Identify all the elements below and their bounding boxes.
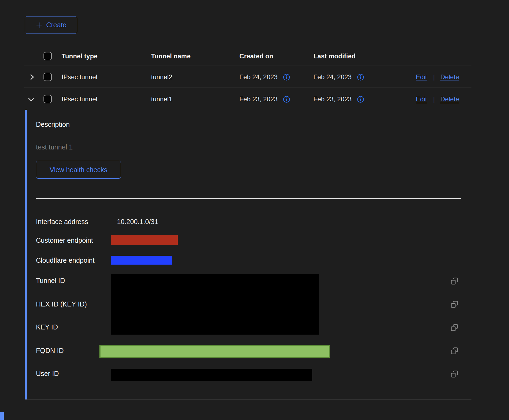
- user-id-label: User ID: [36, 370, 59, 378]
- customer-endpoint-label: Customer endpoint: [36, 236, 93, 244]
- user-id-redaction: [111, 369, 312, 381]
- cloudflare-endpoint-redaction: [111, 256, 172, 265]
- tunnel-id-label: Tunnel ID: [36, 277, 65, 285]
- plus-icon: [36, 22, 43, 29]
- description-value: test tunnel 1: [36, 143, 73, 151]
- ids-redaction-block: [111, 274, 319, 335]
- scrollbar-fragment[interactable]: [0, 412, 4, 420]
- fqdn-id-label: FQDN ID: [36, 347, 64, 355]
- panel-bottom-divider: [25, 399, 471, 400]
- tunnel-name-cell: tunnel2: [151, 73, 172, 81]
- interface-address-label: Interface address: [36, 218, 88, 226]
- info-icon[interactable]: [283, 74, 290, 81]
- key-id-label: KEY ID: [36, 323, 58, 331]
- row-checkbox[interactable]: [43, 95, 52, 103]
- copy-icon[interactable]: [451, 370, 458, 378]
- created-on-cell: Feb 23, 2023: [239, 95, 277, 103]
- cloudflare-endpoint-label: Cloudflare endpoint: [36, 256, 95, 264]
- tunnel-type-cell: IPsec tunnel: [62, 95, 97, 103]
- edit-link[interactable]: Edit: [416, 73, 427, 81]
- description-label: Description: [36, 121, 70, 128]
- info-icon[interactable]: [357, 96, 364, 103]
- expanded-panel-accent-border: [25, 110, 27, 399]
- header-divider: [24, 65, 471, 65]
- column-header-created-on: Created on: [239, 52, 273, 60]
- create-button-label: Create: [46, 21, 66, 29]
- chevron-right-icon[interactable]: [28, 73, 36, 81]
- select-all-checkbox[interactable]: [43, 52, 52, 60]
- column-header-tunnel-type: Tunnel type: [62, 52, 98, 60]
- copy-icon[interactable]: [451, 301, 458, 308]
- delete-link[interactable]: Delete: [440, 95, 459, 103]
- copy-icon[interactable]: [451, 347, 458, 355]
- created-on-cell: Feb 24, 2023: [239, 73, 277, 81]
- column-header-last-modified: Last modified: [313, 52, 356, 60]
- delete-link[interactable]: Delete: [440, 73, 459, 81]
- detail-section-divider: [36, 198, 461, 199]
- action-separator: |: [433, 73, 435, 81]
- last-modified-cell: Feb 24, 2023: [313, 73, 351, 81]
- tunnel-type-cell: IPsec tunnel: [62, 73, 97, 81]
- chevron-down-icon[interactable]: [27, 96, 35, 103]
- action-separator: |: [433, 95, 435, 103]
- create-button[interactable]: Create: [25, 16, 77, 34]
- tunnel-name-cell: tunnel1: [151, 95, 172, 103]
- row-divider: [24, 88, 471, 88]
- customer-endpoint-redaction: [111, 235, 178, 245]
- copy-icon[interactable]: [451, 277, 458, 285]
- copy-icon[interactable]: [451, 324, 458, 331]
- tunnels-page: Create Tunnel type Tunnel name Created o…: [0, 0, 509, 420]
- last-modified-cell: Feb 23, 2023: [313, 95, 351, 103]
- view-health-checks-button[interactable]: View health checks: [36, 161, 121, 179]
- interface-address-value: 10.200.1.0/31: [117, 218, 158, 226]
- hex-id-label: HEX ID (KEY ID): [36, 300, 87, 308]
- edit-link[interactable]: Edit: [416, 95, 427, 103]
- fqdn-id-redaction: [99, 345, 330, 358]
- row-checkbox[interactable]: [43, 73, 52, 81]
- view-health-checks-label: View health checks: [50, 166, 108, 174]
- column-header-tunnel-name: Tunnel name: [151, 52, 190, 60]
- info-icon[interactable]: [357, 74, 364, 81]
- info-icon[interactable]: [283, 96, 290, 103]
